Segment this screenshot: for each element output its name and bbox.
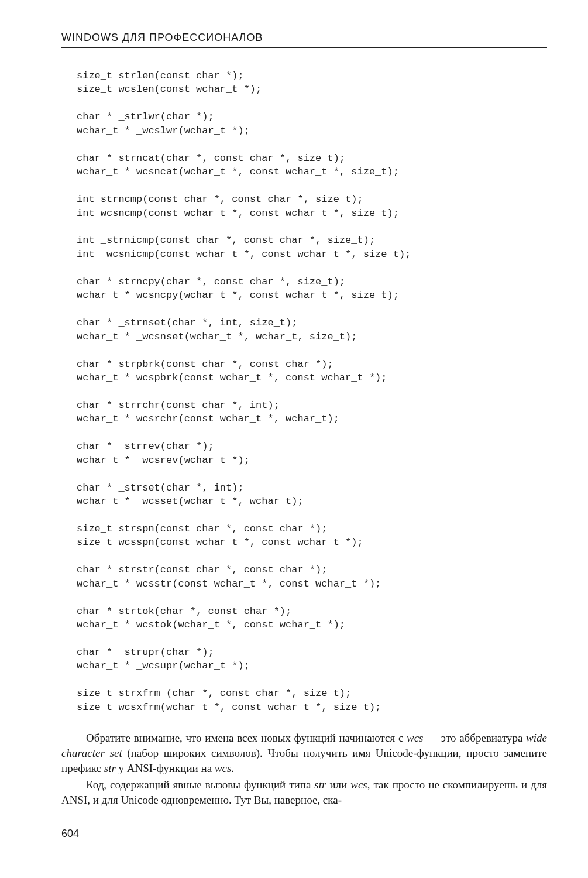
body-paragraph-1: Обратите внимание, что имена всех новых … (61, 730, 547, 776)
text-span: у ANSI-функции на (116, 762, 215, 774)
term-str: str (314, 778, 326, 791)
body-paragraph-2: Код, содержащий явные вызовы функций тип… (61, 777, 547, 807)
term-str: str (104, 762, 116, 774)
text-span: . (231, 762, 234, 774)
term-wcs: wcs (350, 778, 367, 791)
text-span: или (326, 778, 350, 791)
text-span: Код, содержащий явные вызовы функций тип… (86, 778, 314, 791)
text-span: — это аббревиатура (424, 732, 527, 744)
running-header: WINDOWS ДЛЯ ПРОФЕССИОНАЛОВ (61, 32, 547, 48)
text-span: Обратите внимание, что имена всех новых … (86, 732, 407, 744)
code-listing: size_t strlen(const char *); size_t wcsl… (77, 69, 547, 714)
term-wcs: wcs (407, 732, 424, 744)
term-wcs: wcs (215, 762, 232, 774)
page-number: 604 (61, 828, 547, 840)
